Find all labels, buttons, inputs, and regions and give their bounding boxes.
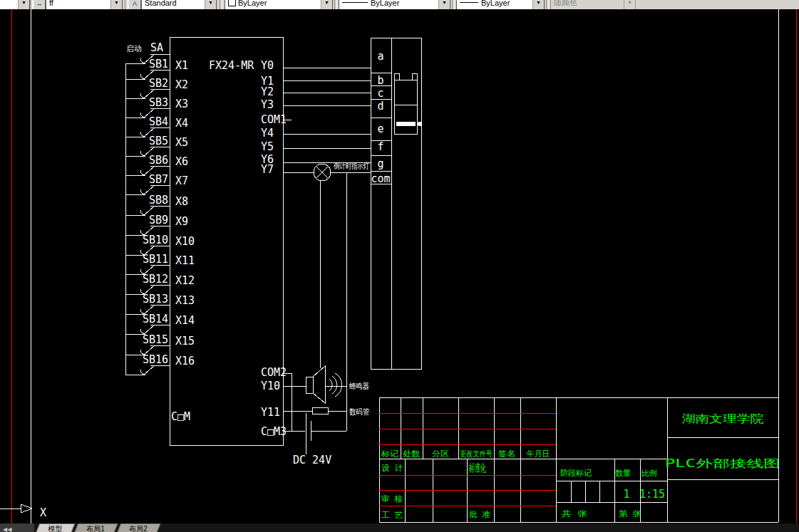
switch-label: SB15	[143, 333, 168, 346]
quantity-value: 1	[623, 488, 629, 501]
input-com-label: C□M	[171, 410, 190, 423]
input-row: SB5 X5	[125, 135, 188, 156]
input-pin-label: X8	[175, 195, 188, 208]
output-pin-label: COM2	[261, 366, 287, 379]
input-row: SB8 X8	[125, 194, 188, 215]
chevron-down-icon[interactable]: ▼	[110, 0, 122, 9]
text-style-icon[interactable]: A	[128, 0, 141, 10]
linetype-control-combobox[interactable]: ByLayer ▼	[339, 0, 450, 10]
switch-label: SB14	[143, 313, 168, 325]
tab-label: 布局1	[86, 524, 105, 532]
input-pin-label: X12	[175, 274, 195, 287]
chevron-down-icon[interactable]: ▼	[205, 0, 216, 9]
revision-header: 标记	[381, 449, 398, 459]
tab-layout1[interactable]: 布局1	[73, 523, 118, 532]
input-row: SB2 X2	[125, 77, 188, 98]
input-pin-label: X4	[175, 117, 188, 130]
tab-label: 模型	[48, 524, 62, 532]
start-label: 启动	[126, 44, 142, 53]
revision-header: 处数	[403, 449, 420, 459]
input-pin-label: X9	[175, 215, 188, 228]
input-pin-label: X16	[175, 355, 195, 367]
input-row: SB14 X14	[125, 313, 195, 334]
terminal-label: com	[371, 172, 390, 185]
review-label: 审 核	[381, 494, 403, 504]
sheet-no-label: 第 张	[619, 509, 641, 518]
dim-style-icon[interactable]: ↔	[33, 0, 46, 10]
output-pin-label: Y3	[261, 98, 274, 111]
switch-label: SB2	[149, 77, 168, 90]
lamp-label: 倒计时指示灯	[334, 162, 369, 171]
linetype-sample	[342, 2, 368, 3]
drawing-title: PLC外部接线图	[665, 457, 780, 470]
chevron-down-icon[interactable]: ▼	[438, 0, 450, 9]
input-pin-label: X10	[175, 235, 195, 248]
output-pin-label: Y5	[261, 140, 274, 153]
text-style-value: Standard	[142, 0, 177, 7]
stage-mark-label: 阶段标记	[560, 469, 592, 478]
plc-model-label: FX24-MR	[209, 59, 254, 72]
output-pin-label: C□M3	[261, 425, 287, 438]
tab-model[interactable]: 模型	[35, 523, 76, 532]
toolbar-separator	[334, 0, 337, 9]
chevron-down-icon[interactable]: ▼	[321, 0, 332, 9]
input-pin-label: X13	[175, 294, 195, 307]
input-pin-label: X7	[175, 174, 188, 187]
approve-label: 批 准	[469, 510, 490, 519]
buzzer-label: 蜂鸣器	[349, 382, 369, 391]
input-row: SB16 X16	[125, 353, 195, 375]
paper-frame	[11, 9, 796, 523]
input-row: SB11 X11	[125, 253, 195, 274]
ucs-icon: X	[0, 504, 46, 519]
switch-label: SB10	[143, 234, 168, 246]
chevron-down-icon[interactable]: ▼	[18, 0, 29, 9]
output-pin-label: Y10	[261, 380, 280, 392]
color-control-combobox[interactable]: ByLayer ▼	[225, 0, 333, 10]
switch-label: SB7	[149, 173, 168, 186]
input-row: SB1 X1	[125, 58, 188, 79]
output-pin-label: Y4	[261, 127, 274, 140]
switch-label: SB3	[149, 96, 168, 109]
lineweight-control-combobox[interactable]: ByLayer ▼	[456, 0, 545, 10]
terminal-label: d	[377, 100, 383, 113]
output-pin-label: COM1	[261, 113, 287, 126]
dc-power-supply: DC 24V	[284, 413, 346, 466]
toolbar-separator	[220, 0, 222, 9]
output-pin-label: Y7	[261, 163, 274, 176]
switch-label: SB6	[149, 154, 168, 167]
output-pin-label: Y0	[261, 59, 274, 72]
process-label: 工 艺	[381, 511, 403, 520]
tab-label: 布局2	[129, 524, 148, 532]
chevron-down-icon[interactable]: ▼	[532, 0, 544, 9]
input-row: SB9 X9	[125, 214, 188, 235]
color-control-value: ByLayer	[238, 0, 267, 7]
power-label: DC 24V	[293, 454, 331, 466]
toolbar-separator	[125, 0, 128, 9]
tab-scroll-buttons[interactable]: ◀◀	[0, 523, 34, 532]
input-pin-label: X11	[175, 254, 195, 267]
object-properties-toolbar: ▼ ↔ ff ▼ A Standard ▼ ByLayer ▼ ByLayer …	[0, 0, 799, 10]
linetype-control-value: ByLayer	[371, 0, 399, 7]
dim-style-combobox[interactable]: ff ▼	[46, 0, 123, 10]
input-pin-label: X3	[175, 98, 188, 110]
revision-header: 年月日	[526, 449, 550, 459]
switch-label: SA	[150, 41, 163, 54]
scale-value: 1:15	[639, 488, 665, 501]
input-row: SB15 X15	[125, 333, 195, 355]
dim-style-value: ff	[46, 0, 53, 7]
standardization-label: 标准化	[468, 461, 486, 474]
indicator-lamp: 倒计时指示灯	[314, 162, 369, 181]
layer-control-combobox[interactable]: ▼	[0, 0, 30, 10]
scale-label: 比例	[641, 469, 657, 478]
text-style-combobox[interactable]: Standard ▼	[141, 0, 217, 10]
input-pin-label: X5	[175, 136, 188, 149]
drawing-canvas[interactable]: FX24-MR C□M 启动 SA SB1 X1 SB2 X2	[0, 9, 799, 523]
switch-label: SB8	[149, 194, 168, 207]
input-pin-label: X14	[175, 314, 195, 327]
tab-layout2[interactable]: 布局2	[115, 523, 160, 532]
input-row: SB13 X13	[125, 293, 195, 314]
switch-label: SB5	[149, 135, 168, 147]
terminal-label: f	[377, 140, 383, 153]
terminal-label: b	[377, 74, 383, 87]
revision-header: 签名	[498, 449, 515, 459]
